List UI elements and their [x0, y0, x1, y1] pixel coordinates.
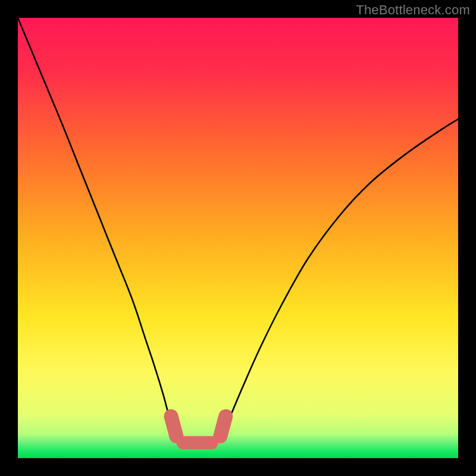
chart-frame: TheBottleneck.com [0, 0, 476, 476]
watermark-text: TheBottleneck.com [356, 2, 470, 18]
plot-area [18, 18, 458, 458]
svg-line-2 [220, 416, 226, 436]
svg-line-0 [171, 416, 177, 436]
chart-canvas [18, 18, 458, 458]
gradient-background [18, 18, 458, 458]
